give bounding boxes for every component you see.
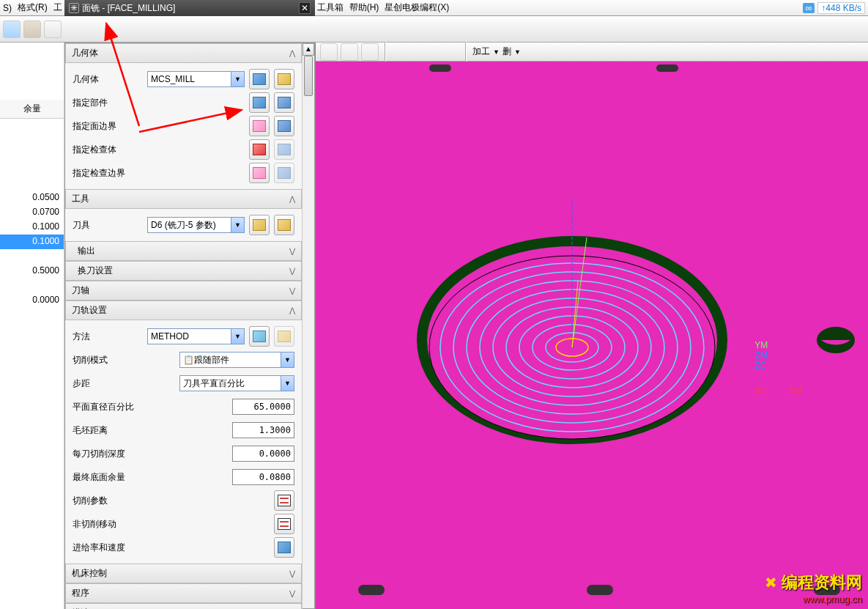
section-program[interactable]: 程序⋁ [65,583,302,603]
check-boundary-display-button [274,163,294,183]
svg-rect-19 [656,64,678,72]
dropdown-icon[interactable]: ▼ [281,376,294,391]
select-body-button[interactable] [249,69,270,89]
table-cell [0,249,64,264]
section-description[interactable]: 描述⋁ [65,603,302,609]
section-path[interactable]: 刀轨设置⋀ [65,300,302,320]
percent-input[interactable] [232,399,294,415]
label-param: 毛坯距离 [73,424,228,437]
watermark: ✖ 编程资料网 www.pmug.cn [765,572,862,605]
dropdown-icon[interactable]: ▼ [231,218,244,232]
part-button[interactable] [249,92,270,113]
vp-label[interactable]: 删 [502,45,511,58]
chevron-down-icon: ⋁ [289,287,295,295]
label-body: 几何体 [73,73,143,86]
depth-input[interactable] [232,446,294,462]
label-check-boundary: 指定检查边界 [73,167,143,180]
section-machine-control[interactable]: 机床控制⋁ [65,564,302,583]
label-face-boundary: 指定面边界 [73,120,143,133]
label-param: 最终底面余量 [73,471,228,484]
vp-button[interactable] [361,43,379,61]
dropdown-icon[interactable]: ▼ [231,329,244,344]
table-cell[interactable]: 0.0700 [0,205,64,220]
close-button[interactable]: ✕ [299,2,311,14]
method-combo[interactable]: METHOD▼ [147,328,245,344]
menu-item[interactable]: 星创电极编程(X) [385,1,449,14]
menu-item[interactable]: 工具箱 [317,1,344,14]
column-header[interactable]: 余量 [0,100,64,119]
step-combo[interactable]: 刀具平直百分比▼ [179,375,294,391]
face-boundary-button[interactable] [249,116,270,136]
label-feeds: 进给率和速度 [73,542,270,554]
svg-rect-16 [587,585,613,595]
vp-label[interactable]: 加工 [472,45,490,58]
table-cell[interactable]: 0.0500 [0,191,64,205]
method-inherit-button[interactable] [249,326,270,347]
check-boundary-button[interactable] [249,163,270,183]
table-cell[interactable]: 0.1000 [0,220,64,235]
vp-button[interactable] [320,43,338,61]
label-tool: 刀具 [73,219,143,232]
label-noncut: 非切削移动 [73,518,270,531]
menu-item[interactable]: S) [3,3,12,13]
label-param: 平面直径百分比 [73,401,228,413]
scroll-thumb[interactable] [304,56,313,96]
chevron-down-icon: ⋁ [289,569,295,577]
toolbar-button[interactable] [44,21,62,38]
section-axis[interactable]: 刀轴⋁ [65,281,302,300]
section-change-tool[interactable]: 换刀设置⋁ [65,261,302,281]
menu-item[interactable]: 工 [53,1,62,14]
check-display-button [274,139,294,160]
label-param: 每刀切削深度 [73,448,228,460]
main-toolbar [0,16,868,43]
geometry-combo[interactable]: MCS_MILL▼ [147,71,245,87]
section-geometry[interactable]: 几何体⋀ [65,43,302,63]
viewport[interactable]: 加工 ▼ 删 ▼ [315,43,868,609]
chevron-up-icon: ⋀ [289,306,295,314]
section-output[interactable]: 输出⋁ [65,241,302,261]
cut-mode-combo[interactable]: 📋 跟随部件▼ [179,352,294,368]
dropdown-icon[interactable]: ▼ [281,353,294,367]
check-body-button[interactable] [249,139,270,160]
tool-combo[interactable]: D6 (铣刀-5 参数)▼ [147,217,245,233]
chevron-up-icon: ⋀ [289,195,295,203]
dropdown-icon[interactable]: ▼ [231,72,244,86]
face-display-button[interactable] [274,116,294,136]
toolpath-preview [316,62,868,609]
noncut-button[interactable] [274,514,294,534]
label-step: 步距 [73,377,175,390]
label-method: 方法 [73,331,143,343]
scroll-up-button[interactable]: ▲ [303,43,314,56]
method-edit-button [274,326,294,347]
edit-body-button[interactable] [274,69,294,89]
chevron-down-icon: ⋁ [289,247,295,255]
axis-triad: YM ZM ZC XCXM [754,340,802,396]
toolbar-button[interactable] [23,21,41,38]
vp-button[interactable] [341,43,358,61]
blank-dist-input[interactable] [232,422,294,438]
table-cell[interactable]: 0.5000 [0,264,64,278]
part-display-button[interactable] [274,92,294,113]
dialog-titlebar[interactable]: ✳ 面铣 - [FACE_MILLING] ✕ [64,0,315,16]
network-speed: ↑448 KB/s [817,2,865,14]
tool-edit-button[interactable] [274,215,294,235]
menu-item[interactable]: 格式(R) [18,1,48,14]
cut-params-button[interactable] [274,490,294,511]
dialog-title: 面铣 - [FACE_MILLING] [82,2,175,15]
feeds-button[interactable] [274,537,294,558]
tool-new-button[interactable] [249,215,270,235]
label-check-body: 指定检查体 [73,144,143,156]
svg-rect-18 [429,64,451,72]
label-cut-params: 切削参数 [73,495,270,507]
svg-rect-15 [358,585,385,595]
table-cell-selected[interactable]: 0.1000 [0,235,64,249]
section-tool[interactable]: 工具⋀ [65,189,302,209]
floor-stock-input[interactable] [232,469,294,485]
label-part: 指定部件 [73,97,143,109]
chevron-down-icon: ⋁ [289,589,295,597]
toolbar-button[interactable] [3,21,21,38]
menu-item[interactable]: 帮助(H) [349,1,379,14]
left-sidebar: 余量 0.0500 0.0700 0.1000 0.1000 0.5000 0.… [0,43,64,609]
table-cell[interactable]: 0.0000 [0,293,64,308]
scrollbar[interactable]: ▲ ▼ [302,43,314,609]
